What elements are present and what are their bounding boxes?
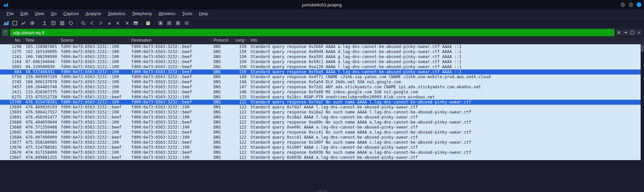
packet-row[interactable]: 1275102.165149095fd00:6e73:6563:3232::10… [0, 49, 644, 54]
scrollbar[interactable] [641, 44, 644, 190]
packet-row[interactable]: 116497.606194044fd00:6e73:6563:3232::100… [0, 59, 644, 64]
menu-wireless[interactable]: Wireless [155, 10, 179, 17]
menubar: File Edit View Go Capture Analyze Statis… [0, 9, 644, 18]
col-header-protocol[interactable]: Protocol [212, 37, 232, 44]
close-button[interactable] [637, 2, 641, 7]
packet-row[interactable]: 13689476.404659644fd00:6e73:6563:3232::1… [0, 120, 644, 125]
zoom-out-button[interactable] [165, 19, 173, 27]
packet-row[interactable]: 13684476.007490009fd00:6e73:6563:3232::b… [0, 135, 644, 140]
scrollbar-thumb[interactable] [641, 45, 644, 52]
filter-bar: + [0, 28, 644, 37]
filter-bookmark-icon[interactable] [2, 29, 9, 36]
packet-row[interactable]: 1298103.158987401fd00:6e73:6563:3232::10… [0, 44, 644, 49]
maximize-button[interactable] [629, 2, 633, 7]
close-file-button[interactable] [58, 19, 66, 27]
go-first-button[interactable] [114, 19, 122, 27]
col-header-source[interactable]: Source [59, 37, 129, 44]
filter-apply-button[interactable] [623, 30, 629, 36]
go-forward-button[interactable] [97, 19, 105, 27]
restart-capture-button[interactable] [19, 19, 28, 27]
menu-telephony[interactable]: Telephony [129, 10, 155, 17]
packet-row[interactable]: 3745168.006137078fd00:6e73:6563:3232::10… [0, 80, 644, 85]
menu-edit[interactable]: Edit [17, 10, 31, 17]
col-header-no[interactable]: No. [0, 37, 24, 44]
go-last-button[interactable] [123, 19, 131, 27]
svg-rect-13 [146, 24, 150, 25]
packet-row[interactable]: 1241100.748208990fd00:6e73:6563:3232::10… [0, 54, 644, 59]
packet-list: No. Time Source Destination Protocol Len… [0, 37, 644, 190]
zoom-in-button[interactable] [156, 19, 165, 27]
capture-options-button[interactable] [28, 19, 36, 27]
wireshark-app-icon [3, 2, 9, 9]
auto-scroll-button[interactable] [132, 19, 140, 27]
pane-resize-handle[interactable] [0, 190, 644, 192]
filter-clear-button[interactable] [616, 30, 622, 36]
packet-row[interactable]: 13685476.044988484fd00:6e73:6563:3232::1… [0, 130, 644, 135]
svg-rect-11 [146, 21, 150, 22]
packet-row[interactable]: 13693476.506417557fd00:6e73:6563:3232::1… [0, 110, 644, 115]
packet-row[interactable]: 13670474.917158400fd00:6e73:6563:3232::1… [0, 150, 644, 155]
display-filter-input[interactable] [10, 29, 614, 36]
menu-file[interactable]: File [3, 10, 17, 17]
menu-tools[interactable]: Tools [179, 10, 195, 17]
zoom-reset-button[interactable] [174, 19, 182, 27]
minimize-button[interactable] [620, 2, 625, 7]
toolbar-separator [77, 20, 77, 26]
go-back-button[interactable] [88, 19, 96, 27]
start-capture-button[interactable] [2, 19, 10, 27]
menu-go[interactable]: Go [47, 10, 60, 17]
svg-line-8 [84, 24, 85, 25]
packet-row[interactable]: 13691476.458301477fd00:6e73:6563:3232::b… [0, 115, 644, 120]
filter-history-button[interactable] [629, 30, 635, 36]
menu-analyze[interactable]: Analyze [82, 10, 104, 17]
packet-row[interactable]: 13688476.371350488fd00:6e73:6563:3232::b… [0, 125, 644, 130]
svg-rect-0 [13, 21, 17, 25]
toolbar [0, 18, 644, 28]
toolbar-separator [154, 20, 154, 26]
packet-rows-container[interactable]: 1298103.158987401fd00:6e73:6563:3232::10… [0, 44, 644, 190]
titlebar: portobello53.pcapng [0, 0, 644, 9]
packet-row[interactable]: 108594.320500939fd00:6e73:6563:3232::100… [0, 64, 644, 69]
open-file-button[interactable] [41, 19, 49, 27]
col-header-info[interactable]: Info [248, 37, 644, 44]
svg-point-7 [82, 21, 84, 24]
packet-row[interactable]: 13667474.849881255fd00:6e73:6563:3232::b… [0, 155, 644, 160]
go-to-packet-button[interactable] [105, 19, 113, 27]
save-file-button[interactable] [49, 19, 57, 27]
filter-add-button[interactable]: + [636, 30, 642, 36]
svg-rect-12 [146, 22, 150, 23]
reload-button[interactable] [67, 19, 75, 27]
resize-columns-button[interactable] [183, 19, 191, 27]
packet-row[interactable]: 13676475.524788581fd00:6e73:6563:3232::b… [0, 145, 644, 150]
svg-point-2 [32, 22, 33, 24]
stop-capture-button[interactable] [11, 19, 19, 27]
toolbar-separator [142, 20, 142, 26]
packet-row[interactable]: 13700476.915478381fd00:6e73:6563:3232::1… [0, 100, 644, 105]
col-header-destination[interactable]: Destination [129, 37, 212, 44]
toolbar-separator [38, 20, 39, 26]
menu-help[interactable]: Help [196, 10, 212, 17]
menu-capture[interactable]: Capture [60, 10, 82, 17]
svg-rect-10 [134, 22, 137, 23]
svg-rect-16 [176, 21, 180, 25]
colorize-button[interactable] [144, 19, 152, 27]
svg-rect-22 [631, 31, 634, 34]
column-headers: No. Time Source Destination Protocol Len… [0, 37, 644, 44]
window-title: portobello53.pcapng [302, 2, 342, 7]
col-header-time[interactable]: Time [24, 37, 59, 44]
find-packet-button[interactable] [79, 19, 87, 27]
packet-row[interactable]: 13677475.558180985fd00:6e73:6563:3232::1… [0, 140, 644, 145]
col-header-length[interactable]: Leng↑ [232, 37, 248, 44]
menu-statistics[interactable]: Statistics [104, 10, 129, 17]
packet-row[interactable]: 40458.537466341fd00:6e73:6563:3232::100f… [0, 69, 644, 75]
packet-row[interactable]: 2421133.028307375fd00:6e73:6563:3232::10… [0, 90, 644, 95]
packet-row[interactable]: 13699476.869020193fd00:6e73:6563:3232::b… [0, 105, 644, 110]
menu-view[interactable]: View [31, 10, 47, 17]
packet-row[interactable]: 5756220.009997109fd00:6e73:6563:3232::10… [0, 75, 644, 80]
packet-row[interactable]: 6275233.875552728fd00:6e73:6563:3232::be… [0, 95, 644, 100]
packet-row[interactable]: 3457160.264485740fd00:6e73:6563:3232::10… [0, 85, 644, 90]
